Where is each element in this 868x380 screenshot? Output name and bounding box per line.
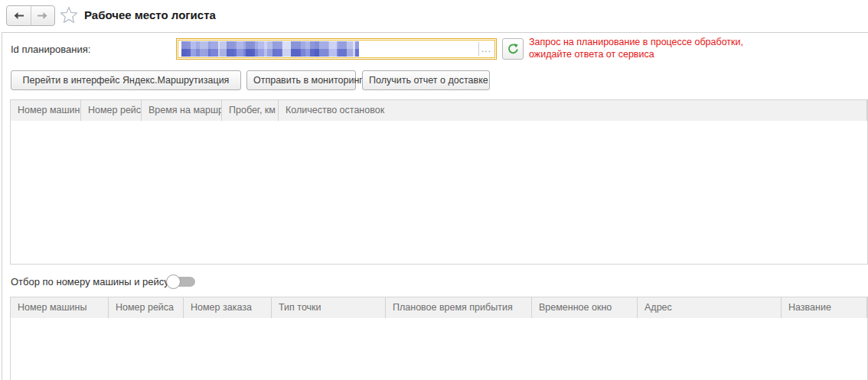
routes-table-header: Номер машиныНомер рейсаВремя на маршруте…: [11, 100, 867, 122]
status-line-2: ожидайте ответа от сервиса: [529, 49, 850, 61]
status-line-1: Запрос на планирование в процессе обрабо…: [529, 37, 850, 49]
stops-table-header: Номер машиныНомер рейсаНомер заказаТип т…: [11, 297, 867, 319]
stops-table-body[interactable]: [11, 318, 867, 380]
refresh-icon: [507, 43, 520, 56]
choose-value-button[interactable]: ...: [478, 42, 494, 56]
column-header-4[interactable]: Пробег, км: [222, 100, 279, 121]
forward-button[interactable]: [31, 6, 55, 25]
routes-table: Номер машиныНомер рейсаВремя на маршруте…: [10, 99, 868, 265]
filter-toggle-switch[interactable]: [166, 274, 195, 289]
routes-table-body[interactable]: [11, 121, 867, 264]
column-header-1[interactable]: Номер машины: [11, 297, 109, 318]
toggle-knob: [166, 274, 181, 289]
planning-id-redacted-value: [181, 41, 359, 57]
history-nav-group: [6, 5, 55, 26]
send-to-monitoring-button[interactable]: Отправить в мониторинг: [246, 70, 356, 90]
logist-workspace-window: Рабочее место логиста Id планирования: .…: [0, 0, 868, 380]
arrow-left-icon: [13, 11, 24, 20]
column-header-7[interactable]: Адрес: [638, 297, 782, 318]
planning-status-message: Запрос на планирование в процессе обрабо…: [529, 37, 850, 60]
column-header-2[interactable]: Номер рейса: [109, 297, 184, 318]
back-button[interactable]: [7, 6, 31, 25]
column-header-5[interactable]: Количество остановок: [279, 100, 867, 121]
column-header-6[interactable]: Временное окно: [532, 297, 638, 318]
column-header-8[interactable]: Название: [782, 297, 867, 318]
column-header-1[interactable]: Номер машины: [11, 100, 81, 121]
refresh-button[interactable]: [502, 38, 524, 60]
column-header-4[interactable]: Тип точки: [272, 297, 386, 318]
page-title: Рабочее место логиста: [84, 8, 216, 21]
get-delivery-report-button[interactable]: Получить отчет о доставке: [362, 70, 490, 90]
filter-toggle-label: Отбор по номеру машины и рейсу:: [11, 276, 171, 287]
planning-id-input[interactable]: ...: [176, 38, 497, 60]
column-header-3[interactable]: Номер заказа: [184, 297, 272, 318]
open-yandex-routing-button[interactable]: Перейти в интерфейс Яндекс.Маршрутизация: [11, 70, 241, 90]
favorite-star-icon[interactable]: [60, 6, 78, 24]
column-header-5[interactable]: Плановое время прибытия: [386, 297, 532, 318]
stops-table: Номер машиныНомер рейсаНомер заказаТип т…: [10, 297, 868, 380]
arrow-right-icon: [37, 11, 48, 20]
column-header-2[interactable]: Номер рейса: [81, 100, 142, 121]
column-header-3[interactable]: Время на маршруте: [142, 100, 222, 121]
planning-id-label: Id планирования:: [11, 44, 90, 55]
